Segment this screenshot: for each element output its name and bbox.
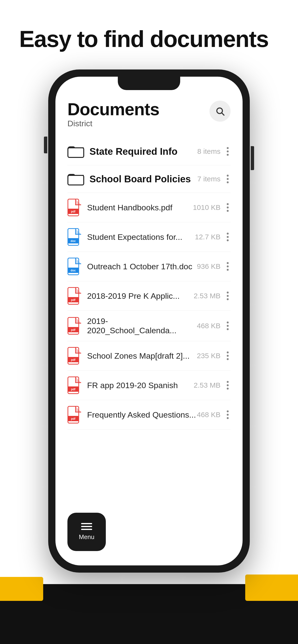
file-menu[interactable] bbox=[225, 378, 231, 392]
files-list: pdf Student Handbooks.pdf 1010 KB doc St… bbox=[67, 193, 231, 430]
dot bbox=[227, 178, 229, 180]
dot bbox=[227, 150, 229, 152]
file-size: 1010 KB bbox=[193, 204, 221, 212]
file-menu[interactable] bbox=[225, 201, 231, 214]
hero-title: Easy to find documents bbox=[19, 26, 268, 52]
folder-name-state: State Required Info bbox=[89, 146, 197, 157]
dot bbox=[227, 414, 229, 416]
phone-mockup: Documents District bbox=[48, 70, 250, 572]
svg-text:pdf: pdf bbox=[71, 210, 76, 213]
file-icon-pdf: pdf bbox=[67, 317, 82, 335]
folder-menu-state[interactable] bbox=[225, 145, 231, 158]
file-menu[interactable] bbox=[225, 408, 231, 422]
search-icon bbox=[215, 106, 225, 116]
file-size: 468 KB bbox=[197, 322, 221, 330]
file-item[interactable]: pdf 2019-2020_School_Calenda... 468 KB bbox=[67, 311, 231, 341]
phone-notch bbox=[118, 77, 180, 90]
file-item[interactable]: pdf Student Handbooks.pdf 1010 KB bbox=[67, 193, 231, 222]
file-item[interactable]: doc Student Expectations for... 12.7 KB bbox=[67, 222, 231, 252]
file-menu[interactable] bbox=[225, 230, 231, 244]
file-size: 2.53 MB bbox=[194, 292, 221, 300]
dot bbox=[227, 388, 229, 390]
dot bbox=[227, 181, 229, 183]
folder-name-school-board: School Board Policies bbox=[89, 174, 197, 184]
dot bbox=[227, 236, 229, 238]
dot bbox=[227, 322, 229, 324]
dot bbox=[227, 352, 229, 354]
hamburger-icon bbox=[81, 523, 92, 530]
file-icon-doc: doc bbox=[67, 228, 82, 246]
svg-text:pdf: pdf bbox=[71, 388, 76, 391]
svg-text:pdf: pdf bbox=[71, 298, 76, 302]
file-name: School Zones Map[draft 2]... bbox=[87, 351, 197, 360]
menu-line bbox=[81, 523, 92, 524]
file-icon-pdf: pdf bbox=[67, 287, 82, 305]
file-size: 936 KB bbox=[197, 262, 221, 270]
folder-menu-school-board[interactable] bbox=[225, 172, 231, 186]
dot bbox=[227, 154, 229, 156]
file-size: 12.7 KB bbox=[195, 233, 221, 241]
screen-content: Documents District bbox=[55, 94, 243, 566]
screen-header: Documents District bbox=[67, 100, 231, 128]
file-icon-pdf: pdf bbox=[67, 347, 82, 365]
phone-outer: Documents District bbox=[48, 70, 250, 572]
dot bbox=[227, 355, 229, 357]
dot bbox=[227, 206, 229, 208]
file-name: 2018-2019 Pre K Applic... bbox=[87, 291, 194, 301]
file-size: 235 KB bbox=[197, 352, 221, 360]
file-name: Frequently Asked Questions... bbox=[87, 410, 197, 420]
dot bbox=[227, 210, 229, 212]
dot bbox=[227, 298, 229, 300]
file-menu[interactable] bbox=[225, 319, 231, 332]
header-text: Documents District bbox=[67, 100, 159, 128]
folder-icon bbox=[67, 144, 84, 158]
dot bbox=[227, 358, 229, 360]
folder-item-state-required[interactable]: State Required Info 8 items bbox=[67, 138, 231, 165]
file-icon-pdf: pdf bbox=[67, 406, 82, 424]
dot bbox=[227, 262, 229, 264]
menu-label: Menu bbox=[79, 533, 94, 541]
file-icon-doc: doc bbox=[67, 258, 82, 275]
dot bbox=[227, 381, 229, 383]
folder-count-school-board: 7 items bbox=[197, 175, 221, 183]
dot bbox=[227, 328, 229, 330]
svg-text:doc: doc bbox=[71, 269, 76, 272]
dot bbox=[227, 292, 229, 294]
dot bbox=[227, 266, 229, 268]
file-size: 468 KB bbox=[197, 411, 221, 419]
file-menu[interactable] bbox=[225, 349, 231, 362]
search-button[interactable] bbox=[209, 100, 231, 122]
page-title: Documents bbox=[67, 100, 159, 118]
file-item[interactable]: pdf 2018-2019 Pre K Applic... 2.53 MB bbox=[67, 281, 231, 311]
file-name: FR app 2019-20 Spanish bbox=[87, 381, 194, 390]
file-name: 2019-2020_School_Calenda... bbox=[87, 316, 197, 335]
file-item[interactable]: pdf School Zones Map[draft 2]... 235 KB bbox=[67, 341, 231, 371]
phone-screen: Documents District bbox=[55, 77, 243, 566]
svg-rect-3 bbox=[68, 176, 84, 185]
dot bbox=[227, 233, 229, 234]
file-item[interactable]: doc Outreach 1 October 17th.doc 936 KB bbox=[67, 252, 231, 281]
file-name: Student Handbooks.pdf bbox=[87, 203, 193, 212]
dot bbox=[227, 410, 229, 412]
page-subtitle: District bbox=[67, 119, 159, 128]
dot bbox=[227, 325, 229, 327]
svg-text:pdf: pdf bbox=[71, 328, 76, 332]
folder-count-state: 8 items bbox=[197, 147, 221, 156]
svg-text:pdf: pdf bbox=[71, 417, 76, 420]
dot bbox=[227, 203, 229, 205]
file-item[interactable]: pdf Frequently Asked Questions... 468 KB bbox=[67, 400, 231, 430]
file-item[interactable]: pdf FR app 2019-20 Spanish 2.53 MB bbox=[67, 371, 231, 400]
file-name: Outreach 1 October 17th.doc bbox=[87, 262, 197, 271]
dot bbox=[227, 417, 229, 419]
yellow-accent-right bbox=[245, 574, 298, 601]
file-menu[interactable] bbox=[225, 260, 231, 273]
file-size: 2.53 MB bbox=[194, 381, 221, 389]
menu-line bbox=[81, 529, 92, 530]
file-menu[interactable] bbox=[225, 289, 231, 302]
file-icon-pdf: pdf bbox=[67, 376, 82, 394]
dot bbox=[227, 175, 229, 176]
file-name: Student Expectations for... bbox=[87, 232, 195, 242]
folder-item-school-board[interactable]: School Board Policies 7 items bbox=[67, 165, 231, 193]
menu-button[interactable]: Menu bbox=[67, 513, 106, 551]
menu-line bbox=[81, 526, 92, 527]
